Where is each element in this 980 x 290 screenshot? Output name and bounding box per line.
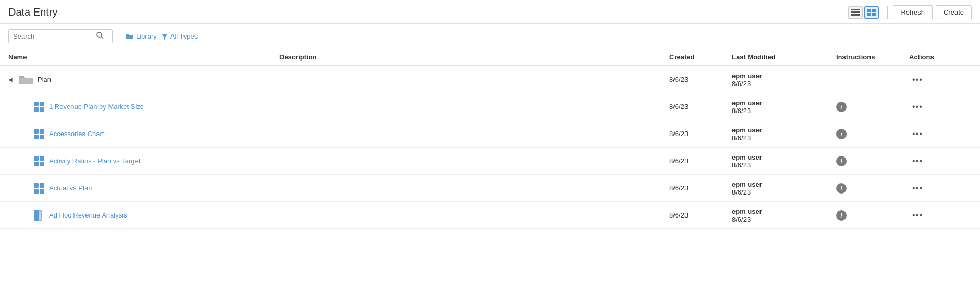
created-cell: 8/6/23 [669,76,732,83]
view-toggle [848,6,879,19]
table-body: ◀ Plan 8/6/23 epm user8/6/23 ••• 1 Reven… [0,66,980,229]
table-row: Actual vs Plan 8/6/23 epm user8/6/23 i •… [0,175,980,202]
actions-menu-button[interactable]: ••• [909,183,926,194]
library-filter[interactable]: Library [126,32,157,40]
name-cell: Accessories Chart [8,123,279,145]
grid-view-button[interactable] [864,6,879,19]
modified-date: 8/6/23 [732,188,836,196]
svg-rect-6 [872,13,876,16]
created-cell: 8/6/23 [669,157,732,165]
actions-cell: ••• [909,155,972,167]
search-icon [96,32,104,39]
refresh-button[interactable]: Refresh [893,5,933,19]
actions-cell: ••• [909,183,972,194]
info-icon[interactable]: i [836,183,847,194]
info-icon[interactable]: i [836,102,847,112]
item-name-link[interactable]: Accessories Chart [49,130,104,138]
info-icon[interactable]: i [836,156,847,166]
svg-rect-4 [872,9,876,12]
page-title: Data Entry [8,6,57,18]
search-button[interactable] [96,32,104,41]
actions-cell: ••• [909,101,972,113]
toolbar: Library All Types [0,24,980,49]
name-cell: Activity Ratios - Plan vs Target [8,150,279,172]
svg-rect-13 [34,107,39,112]
instructions-cell: i [836,183,909,194]
folder-name: Plan [38,76,51,83]
instructions-cell: i [836,210,909,221]
svg-line-8 [101,37,103,39]
actions-menu-button[interactable]: ••• [909,101,926,113]
all-types-label: All Types [170,32,198,40]
list-view-button[interactable] [848,6,863,19]
svg-rect-22 [40,162,44,166]
table-row: Activity Ratios - Plan vs Target 8/6/23 … [0,148,980,175]
table-header: Name Description Created Last Modified I… [0,49,980,66]
col-header-actions: Actions [909,53,972,61]
table-row: Ad Hoc Revenue Analysis 8/6/23 epm user8… [0,202,980,229]
item-name-link[interactable]: Ad Hoc Revenue Analysis [49,211,127,219]
actions-menu-button[interactable]: ••• [909,210,926,221]
modified-user: epm user [732,99,836,107]
list-view-icon [851,9,860,16]
modified-cell: epm user8/6/23 [732,180,836,196]
svg-rect-21 [34,162,39,166]
name-cell: 1 Revenue Plan by Market Size [8,96,279,118]
instructions-cell: i [836,102,909,112]
library-label: Library [136,32,157,40]
info-icon[interactable]: i [836,129,847,139]
modified-cell: epm user8/6/23 [732,153,836,169]
svg-rect-3 [867,9,871,12]
modified-cell: epm user8/6/23 [732,99,836,115]
col-header-last-modified: Last Modified [732,53,836,61]
item-name-link[interactable]: Activity Ratios - Plan vs Target [49,157,140,165]
search-input[interactable] [13,32,96,40]
actions-menu-button[interactable]: ••• [909,74,926,86]
instructions-cell: i [836,129,909,139]
modified-date: 8/6/23 [732,215,836,223]
grid-form-icon [33,155,45,167]
modified-user: epm user [732,72,836,80]
created-cell: 8/6/23 [669,211,732,219]
grid-view-icon [867,9,876,16]
table-row: ◀ Plan 8/6/23 epm user8/6/23 ••• [0,66,980,93]
actions-cell: ••• [909,128,972,140]
col-header-created: Created [669,53,732,61]
svg-rect-26 [40,189,44,194]
modified-user: epm user [732,208,836,215]
report-icon [33,210,45,221]
info-icon[interactable]: i [836,210,847,221]
create-button[interactable]: Create [936,5,972,19]
modified-date: 8/6/23 [732,134,836,142]
actions-menu-button[interactable]: ••• [909,128,926,140]
all-types-filter[interactable]: All Types [161,32,198,40]
svg-rect-17 [34,135,39,139]
item-name-link[interactable]: 1 Revenue Plan by Market Size [49,103,144,111]
svg-rect-10 [19,78,33,84]
page-header: Data Entry Refresh Create [0,0,980,24]
svg-rect-1 [851,11,860,13]
modified-cell: epm user8/6/23 [732,208,836,223]
svg-marker-9 [162,34,168,40]
name-cell: Ad Hoc Revenue Analysis [8,204,279,226]
created-cell: 8/6/23 [669,184,732,192]
svg-rect-14 [40,107,44,112]
folder-filter-icon [126,33,134,40]
col-header-name: Name [8,53,279,61]
actions-menu-button[interactable]: ••• [909,155,926,167]
table-row: 1 Revenue Plan by Market Size 8/6/23 epm… [0,93,980,120]
col-header-instructions: Instructions [836,53,909,61]
header-actions: Refresh Create [848,5,972,19]
svg-rect-5 [867,13,871,16]
grid-form-icon [33,128,45,140]
item-name-link[interactable]: Actual vs Plan [49,184,92,192]
filter-icon [161,33,168,40]
svg-rect-11 [34,102,39,106]
svg-point-7 [97,32,102,37]
collapse-arrow[interactable]: ◀ [8,77,13,82]
svg-rect-15 [34,129,39,134]
svg-rect-12 [40,102,44,106]
svg-rect-25 [34,189,39,194]
svg-rect-20 [40,156,44,161]
svg-rect-0 [851,9,860,10]
